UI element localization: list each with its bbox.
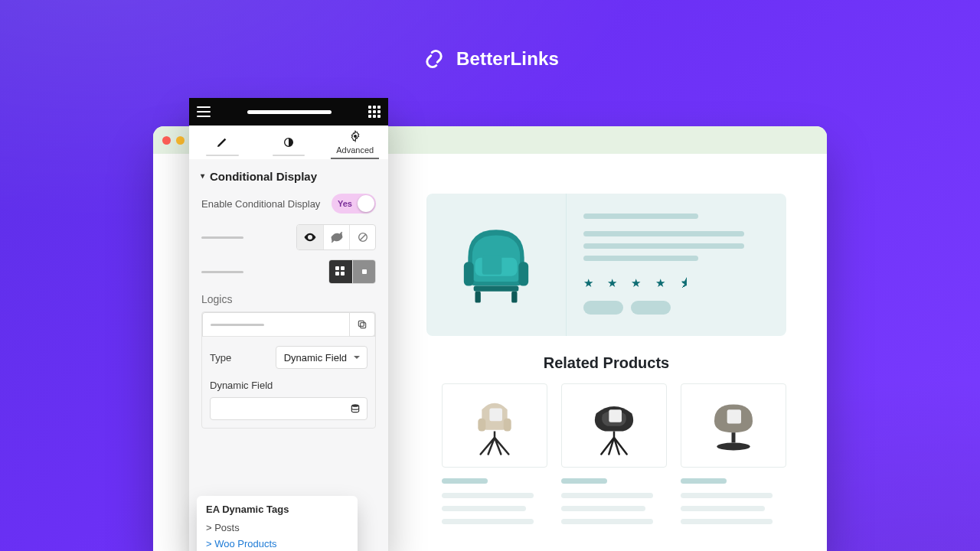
- svg-rect-3: [518, 262, 528, 285]
- type-label: Type: [210, 352, 231, 364]
- section-conditional-display[interactable]: ▸ Conditional Display: [201, 170, 376, 183]
- brand-logo-icon: [421, 46, 447, 72]
- gear-icon: [349, 130, 361, 142]
- product-image: [426, 194, 567, 336]
- toggle-knob: [358, 195, 374, 212]
- svg-line-18: [360, 234, 366, 240]
- placeholder-line: [583, 214, 698, 219]
- button-placeholders: [583, 301, 773, 315]
- svg-point-15: [354, 135, 357, 138]
- svg-rect-12: [732, 432, 736, 442]
- svg-rect-19: [361, 323, 366, 328]
- dynamic-field-row: Dynamic Field: [202, 369, 375, 391]
- tab-advanced-label: Advanced: [336, 145, 374, 155]
- card-placeholder-lines: [681, 478, 786, 524]
- panel-title-placeholder: [247, 110, 332, 114]
- dynamic-field-label: Dynamic Field: [210, 380, 273, 391]
- rating-stars: ★ ★ ★ ★ ⯨: [583, 276, 773, 290]
- logic-mode-buttons: [328, 259, 376, 284]
- visibility-none-button[interactable]: [349, 225, 375, 249]
- card-placeholder-lines: [442, 478, 547, 524]
- visibility-hide-button[interactable]: [323, 225, 349, 249]
- tab-style[interactable]: [256, 126, 322, 159]
- svg-rect-20: [358, 321, 364, 326]
- copy-icon: [357, 319, 368, 330]
- caret-down-icon: ▸: [199, 174, 207, 178]
- database-icon: [350, 403, 361, 414]
- logic-name-input[interactable]: [202, 312, 375, 337]
- dynamic-tags-dropdown: EA Dynamic Tags > Posts > Woo Products >…: [197, 496, 358, 551]
- menu-icon[interactable]: [197, 106, 211, 117]
- svg-rect-6: [511, 292, 517, 303]
- row-label-placeholder: [201, 271, 243, 273]
- panel-tabs: Advanced: [189, 126, 388, 159]
- eye-off-icon: [330, 230, 344, 244]
- svg-rect-2: [464, 262, 474, 285]
- visibility-row: [201, 224, 376, 250]
- logic-mode-row: [201, 259, 376, 284]
- panel-body: ▸ Conditional Display Enable Conditional…: [189, 159, 388, 551]
- dropdown-item-woo-products[interactable]: > Woo Products: [206, 536, 348, 551]
- svg-rect-11: [727, 409, 741, 423]
- visibility-show-button[interactable]: [297, 225, 323, 249]
- mode-any-button[interactable]: [352, 260, 375, 283]
- tab-content[interactable]: [189, 126, 256, 159]
- svg-rect-8: [478, 419, 485, 432]
- mode-all-button[interactable]: [329, 260, 352, 283]
- svg-rect-1: [482, 255, 502, 275]
- grid4-icon: [335, 266, 346, 277]
- logics-heading: Logics: [201, 293, 376, 305]
- dropdown-heading: EA Dynamic Tags: [206, 504, 348, 515]
- brand-name: BetterLinks: [456, 48, 559, 70]
- svg-point-13: [717, 443, 750, 451]
- row-label-placeholder: [201, 236, 243, 239]
- pencil-icon: [216, 136, 228, 148]
- ban-icon: [357, 231, 369, 243]
- eye-icon: [303, 230, 317, 244]
- window-close-dot[interactable]: [162, 136, 171, 145]
- placeholder-line: [583, 243, 744, 249]
- product-info: ★ ★ ★ ★ ⯨: [567, 194, 786, 336]
- dropdown-item-posts[interactable]: > Posts: [206, 520, 348, 536]
- duplicate-button[interactable]: [349, 312, 375, 337]
- enable-label: Enable Conditional Display: [201, 198, 320, 210]
- related-image: [442, 383, 547, 468]
- svg-rect-10: [609, 409, 622, 422]
- type-select[interactable]: Dynamic Field: [276, 346, 368, 369]
- editor-panel: Advanced ▸ Conditional Display Enable Co…: [189, 98, 388, 551]
- type-select-value: Dynamic Field: [284, 352, 347, 364]
- product-hero: ★ ★ ★ ★ ⯨: [426, 194, 786, 336]
- brand-header: BetterLinks: [0, 46, 980, 72]
- svg-point-21: [351, 404, 358, 407]
- contrast-icon: [283, 136, 295, 148]
- related-card[interactable]: [442, 383, 547, 524]
- placeholder-line: [583, 231, 744, 236]
- related-title: Related Products: [426, 354, 786, 372]
- related-image: [561, 383, 667, 468]
- svg-rect-9: [504, 419, 511, 432]
- related-card[interactable]: [561, 383, 667, 524]
- pill-placeholder: [583, 301, 623, 315]
- section-title-text: Conditional Display: [210, 170, 317, 183]
- tab-advanced[interactable]: Advanced: [322, 126, 388, 159]
- related-card[interactable]: [681, 383, 786, 524]
- visibility-buttons: [296, 224, 376, 250]
- related-grid: [442, 383, 786, 524]
- row-enable-conditional: Enable Conditional Display Yes: [201, 194, 376, 214]
- dot-icon: [362, 269, 367, 274]
- input-placeholder-line: [211, 324, 264, 326]
- svg-rect-4: [474, 286, 519, 292]
- placeholder-line: [583, 256, 698, 261]
- type-row: Type Dynamic Field: [202, 337, 375, 369]
- dynamic-field-input[interactable]: [210, 397, 368, 420]
- svg-rect-7: [489, 409, 502, 422]
- toggle-state: Yes: [338, 199, 352, 208]
- panel-topbar: [189, 98, 388, 126]
- svg-rect-5: [475, 292, 481, 303]
- logic-item: Type Dynamic Field Dynamic Field: [201, 311, 376, 429]
- card-placeholder-lines: [561, 478, 667, 524]
- widgets-grid-icon[interactable]: [368, 106, 381, 118]
- enable-toggle[interactable]: Yes: [332, 194, 376, 214]
- pill-placeholder: [631, 301, 671, 315]
- window-minimize-dot[interactable]: [176, 136, 185, 145]
